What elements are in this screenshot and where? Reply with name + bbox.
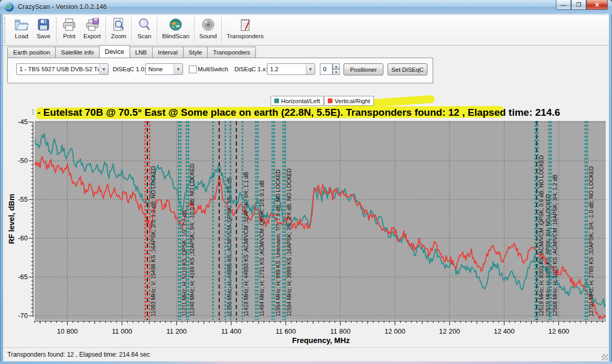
multiswitch-label: MultiSwitch bbox=[198, 66, 228, 72]
x-tick-label: 12 000 bbox=[384, 327, 405, 335]
close-button[interactable]: ✕ bbox=[586, 0, 608, 10]
legend-label: Vertical/Right bbox=[335, 98, 370, 104]
toolbar-label: Print bbox=[63, 33, 76, 39]
toolbar-separator bbox=[194, 17, 195, 43]
tab-style[interactable]: Style bbox=[183, 47, 208, 58]
y-tick-label: -70 bbox=[18, 312, 28, 319]
legend-color-swatch bbox=[274, 98, 279, 103]
printer-export-icon bbox=[84, 17, 100, 32]
zoom-button[interactable]: Zoom bbox=[108, 15, 130, 45]
transponder-label: 11356 MHz; H; 44995 KS ;ACM/VCM ;QPSK; 3… bbox=[226, 178, 232, 316]
notepad-pencil-icon bbox=[238, 17, 253, 32]
resize-grip-icon[interactable] bbox=[602, 354, 608, 360]
floppy-disk-icon bbox=[36, 17, 51, 32]
diseqc1x-value: 1.2 bbox=[267, 66, 306, 72]
tab-earth-position[interactable]: Earth position bbox=[7, 47, 56, 58]
tab-transponders[interactable]: Transponders bbox=[207, 47, 256, 58]
diseqc10-select[interactable]: None ▼ bbox=[145, 63, 183, 75]
x-tick-label: 11 600 bbox=[276, 327, 296, 335]
multiswitch-checkbox[interactable] bbox=[189, 65, 197, 73]
x-tick-label: 12 600 bbox=[549, 327, 570, 335]
tuner-select[interactable]: 1 - TBS 5927 USB DVB-S2 Tuner ▼ bbox=[16, 63, 109, 75]
chevron-down-icon: ▼ bbox=[99, 64, 108, 74]
window-content: Load Save bbox=[3, 14, 609, 361]
chart-title: - Eutelsat 70B @ 70.5° East @ Some place… bbox=[37, 107, 560, 118]
y-tick-label: -50 bbox=[18, 157, 28, 164]
y-axis-title: RF level, dBm bbox=[7, 194, 16, 244]
toolbar: Load Save bbox=[3, 15, 609, 46]
transponder-label: 11554 MHz; H; 999 KS ;Unknown; ?/?; 7.9 … bbox=[275, 169, 281, 316]
print-button[interactable]: Print bbox=[58, 15, 80, 45]
x-tick-label: 12 200 bbox=[439, 327, 460, 335]
sound-button[interactable]: Sound bbox=[196, 15, 220, 45]
toolbar-label: Sound bbox=[199, 33, 217, 39]
chevron-down-icon: ▼ bbox=[174, 64, 182, 74]
legend-vertical-right[interactable]: Vertical/Right bbox=[324, 96, 374, 106]
app-globe-icon bbox=[5, 3, 14, 12]
window-title: CrazyScan - Version 1.0.2.146 bbox=[18, 3, 107, 10]
transponder-label: 11093 MHz; V; 15498 KS ;16APSK; 2/3; 1.2… bbox=[150, 166, 156, 316]
minimize-button[interactable]: — bbox=[556, 0, 571, 10]
device-tab-page: 1 - TBS 5927 USB DVB-S2 Tuner ▼ DiSEqC 1… bbox=[7, 58, 433, 83]
zoom-document-icon bbox=[111, 17, 126, 32]
x-axis-title: Frequency, MHz bbox=[292, 336, 350, 345]
legend-label: Horizontal/Left bbox=[281, 98, 320, 104]
tab-strip: Earth position Satellite info Device LNB… bbox=[7, 46, 255, 58]
save-button[interactable]: Save bbox=[33, 15, 55, 45]
y-tick-label: -55 bbox=[18, 195, 28, 203]
x-tick-label: 11 800 bbox=[330, 327, 351, 335]
open-folder-icon bbox=[14, 17, 29, 32]
x-tick-label: 11 000 bbox=[112, 327, 132, 335]
x-tick-label: 10 800 bbox=[57, 327, 78, 335]
toolbar-label: Load bbox=[15, 33, 28, 39]
maximize-button[interactable]: ❐ bbox=[571, 0, 586, 10]
chart-grip[interactable] bbox=[33, 109, 34, 115]
x-tick-label: 11 200 bbox=[166, 327, 187, 335]
globe-fish-icon bbox=[168, 17, 184, 32]
tuner-select-value: 1 - TBS 5927 USB DVB-S2 Tuner bbox=[17, 66, 99, 72]
toolbar-label: Scan bbox=[137, 33, 151, 39]
status-bar: Transponders found: 12 , Elapsed time: 2… bbox=[3, 347, 609, 361]
toolbar-separator bbox=[131, 17, 132, 43]
transponder-label: 11594 MHz; H; 3999 KS ;16APSK; 3/4; 0.4 … bbox=[286, 168, 292, 316]
legend-horizontal-left[interactable]: Horizontal/Left bbox=[271, 96, 324, 106]
toolbar-label: Save bbox=[37, 33, 50, 39]
window-controls: — ❐ ✕ bbox=[556, 0, 608, 10]
transponder-label: 11419 MHz; H; 44993 KS ;ACM/VCM ;32APSK;… bbox=[243, 172, 249, 316]
position-value[interactable]: 0 bbox=[320, 63, 332, 75]
export-button[interactable]: Export bbox=[80, 15, 104, 45]
transponder-label: 12568 MHz; H; 1023 KS ;ACM/VCM ;16APSK; … bbox=[552, 174, 558, 316]
toolbar-separator bbox=[56, 17, 57, 43]
tab-satellite-info[interactable]: Satellite info bbox=[55, 47, 100, 58]
spinner-down-icon[interactable]: ▼ bbox=[332, 69, 340, 75]
printer-icon bbox=[61, 17, 77, 32]
blindscan-button[interactable]: BlindScan bbox=[159, 15, 192, 45]
status-text: Transponders found: 12 , Elapsed time: 2… bbox=[7, 351, 150, 358]
positioner-button[interactable]: Positioner bbox=[343, 63, 383, 75]
y-tick-label: -65 bbox=[18, 273, 28, 281]
scan-button[interactable]: Scan bbox=[133, 15, 155, 45]
toolbar-label: Transponders bbox=[227, 33, 264, 39]
tab-interval[interactable]: Interval bbox=[152, 47, 184, 58]
diseqc1x-select[interactable]: 1.2 ▼ bbox=[267, 63, 315, 75]
toolbar-grip[interactable] bbox=[4, 17, 9, 43]
transponder-label: 12701 MHz; H; 2789 KS ;32APSK; 3/4; -1.0… bbox=[588, 166, 594, 316]
transponder-label: 11211 MHz; H; 5110 KS ;QPSK; 1/2; 2.7 dB bbox=[181, 210, 187, 316]
plot-background bbox=[35, 121, 606, 320]
set-diseqc-button[interactable]: Set DiSEqC bbox=[388, 63, 427, 75]
legend-color-swatch bbox=[328, 98, 332, 103]
tab-lnb[interactable]: LNB bbox=[130, 47, 153, 58]
spectrum-plot[interactable]: 11093 MHz; V; 15498 KS ;16APSK; 2/3; 1.2… bbox=[4, 88, 607, 347]
y-tick-label: -45 bbox=[18, 118, 28, 126]
tab-device[interactable]: Device bbox=[99, 45, 130, 58]
transponder-label: 12519 MHz; H; 8302 KS ;ACM/VCM ;QPSK; 0.… bbox=[538, 155, 544, 316]
toolbar-separator bbox=[105, 17, 106, 43]
toolbar-separator bbox=[221, 17, 222, 43]
spinner-up-icon[interactable]: ▲ bbox=[332, 63, 340, 69]
transponders-button[interactable]: Transponders bbox=[223, 15, 267, 45]
title-bar[interactable]: CrazyScan - Version 1.0.2.146 — ❐ ✕ bbox=[0, 0, 612, 14]
toolbar-label: Zoom bbox=[111, 33, 126, 39]
toolbar-label: Export bbox=[83, 33, 101, 39]
load-button[interactable]: Load bbox=[10, 15, 33, 45]
transponder-label: 11494 MHz; H; 1731 KS ;ACM/VCM ;QPSK; 1/… bbox=[259, 180, 265, 316]
